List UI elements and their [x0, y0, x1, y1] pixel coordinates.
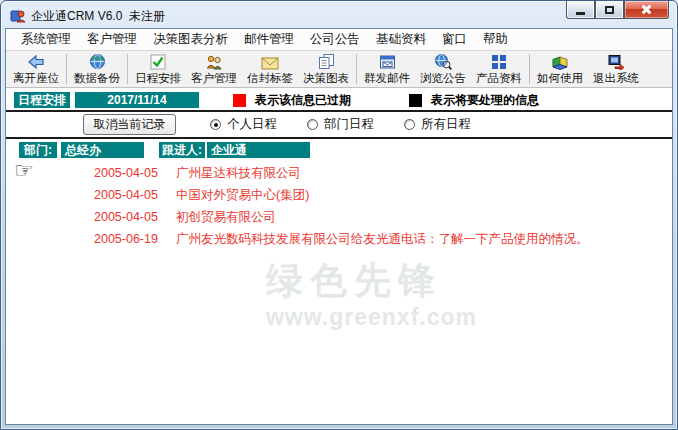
radio-label: 部门日程 — [324, 116, 374, 133]
cancel-current-record-button[interactable]: 取消当前记录 — [83, 114, 176, 135]
menu-item[interactable]: 公司公告 — [302, 28, 368, 51]
exit-icon — [607, 53, 625, 70]
schedule-bar-title: 日程安排 — [14, 92, 70, 108]
menu-item[interactable]: 窗口 — [434, 28, 475, 51]
toolbar-separator — [356, 54, 357, 84]
toolbar-button-label: 决策图表 — [303, 71, 349, 86]
toolbar-button[interactable]: 浏览公告 — [415, 51, 471, 87]
schedule-item-text: 广州友光数码科技发展有限公司给友光通电话：了解一下产品使用的情况。 — [176, 230, 589, 249]
globe-icon — [89, 53, 106, 70]
menu-item[interactable]: 决策图表分析 — [145, 28, 236, 51]
radio-unselected-icon — [307, 119, 318, 130]
toolbar-button-label: 群发邮件 — [364, 71, 410, 86]
toolbar-button[interactable]: 群发邮件 — [359, 51, 415, 87]
follow-person-label: 跟进人: — [159, 142, 205, 158]
schedule-item-text: 初创贸易有限公司 — [176, 208, 276, 227]
radio-selected-icon — [210, 119, 221, 130]
divider-line — [6, 137, 672, 139]
legend-color-square — [233, 94, 246, 107]
close-button[interactable] — [624, 1, 669, 19]
toolbar: 离开座位数据备份日程安排客户管理信封标签决策图表群发邮件浏览公告产品资料如何使用… — [6, 51, 672, 88]
schedule-item-date: 2005-06-19 — [94, 230, 166, 249]
caption-buttons — [566, 1, 669, 19]
radio-unselected-icon — [404, 119, 415, 130]
schedule-list-item[interactable]: 2005-04-05广州星达科技有限公司 — [6, 164, 672, 183]
radio-option[interactable]: 部门日程 — [307, 116, 374, 133]
list-header: 部门: 总经办 跟进人: 企业通 — [6, 140, 672, 159]
toolbar-button-label: 浏览公告 — [420, 71, 466, 86]
toolbar-button-label: 信封标签 — [247, 71, 293, 86]
app-window: 企业通CRM V6.0 未注册 系统管理客户管理决策图表分析邮件管理公司公告基础… — [0, 0, 678, 430]
schedule-list: ☞ 2005-04-05广州星达科技有限公司2005-04-05中国对外贸易中心… — [6, 164, 672, 249]
menu-item[interactable]: 基础资料 — [368, 28, 434, 51]
radio-option[interactable]: 所有日程 — [404, 116, 471, 133]
maximize-button[interactable] — [595, 1, 624, 19]
watermark-url: www.greenxf.com — [266, 304, 477, 331]
schedule-scope-radio-group: 个人日程部门日程所有日程 — [210, 116, 501, 133]
menu-bar: 系统管理客户管理决策图表分析邮件管理公司公告基础资料窗口帮助 — [6, 29, 672, 51]
radio-label: 个人日程 — [227, 116, 277, 133]
menu-item[interactable]: 系统管理 — [13, 28, 79, 51]
schedule-list-item[interactable]: 2005-06-19广州友光数码科技发展有限公司给友光通电话：了解一下产品使用的… — [6, 230, 672, 249]
watermark: 绿色先锋 www.greenxf.com — [266, 256, 477, 331]
radio-label: 所有日程 — [421, 116, 471, 133]
title-bar[interactable]: 企业通CRM V6.0 未注册 — [1, 1, 677, 27]
people-icon — [205, 53, 223, 70]
toolbar-button-label: 日程安排 — [135, 71, 181, 86]
minimize-icon — [576, 12, 585, 15]
book-icon — [551, 53, 569, 70]
legend-color-square — [409, 94, 422, 107]
toolbar-button[interactable]: 离开座位 — [8, 51, 64, 87]
toolbar-button-label: 数据备份 — [74, 71, 120, 86]
grid-icon — [491, 53, 507, 70]
close-icon — [641, 4, 652, 15]
maximize-icon — [605, 6, 614, 14]
app-icon — [10, 8, 26, 24]
schedule-item-date: 2005-04-05 — [94, 186, 166, 205]
check-icon — [150, 53, 166, 70]
department-label: 部门: — [19, 142, 57, 158]
toolbar-button[interactable]: 退出系统 — [588, 51, 644, 87]
radio-option[interactable]: 个人日程 — [210, 116, 277, 133]
schedule-item-date: 2005-04-05 — [94, 164, 166, 183]
toolbar-button[interactable]: 客户管理 — [186, 51, 242, 87]
schedule-item-text: 广州星达科技有限公司 — [176, 164, 301, 183]
toolbar-button-label: 客户管理 — [191, 71, 237, 86]
toolbar-button-label: 产品资料 — [476, 71, 522, 86]
toolbar-button[interactable]: 数据备份 — [69, 51, 125, 87]
toolbar-separator — [127, 54, 128, 84]
filter-row: 取消当前记录 个人日程部门日程所有日程 — [6, 112, 672, 137]
toolbar-button[interactable]: 如何使用 — [532, 51, 588, 87]
toolbar-button-label: 如何使用 — [537, 71, 583, 86]
toolbar-separator — [529, 54, 530, 84]
department-value: 总经办 — [61, 142, 144, 158]
schedule-list-item[interactable]: 2005-04-05中国对外贸易中心(集团) — [6, 186, 672, 205]
schedule-bar: 日程安排 2017/11/14 表示该信息已过期表示将要处理的信息 — [6, 90, 672, 110]
menu-item[interactable]: 帮助 — [475, 28, 516, 51]
arrow-left-icon — [27, 53, 45, 70]
toolbar-button[interactable]: 日程安排 — [130, 51, 186, 87]
pages-icon — [318, 53, 335, 70]
window-title: 企业通CRM V6.0 未注册 — [31, 8, 165, 25]
menu-item[interactable]: 客户管理 — [79, 28, 145, 51]
schedule-list-item[interactable]: 2005-04-05初创贸易有限公司 — [6, 208, 672, 227]
watermark-text: 绿色先锋 — [266, 256, 477, 306]
toolbar-button[interactable]: 信封标签 — [242, 51, 298, 87]
menu-item[interactable]: 邮件管理 — [236, 28, 302, 51]
mail-window-icon — [379, 53, 396, 70]
toolbar-button-label: 离开座位 — [13, 71, 59, 86]
follow-person-value: 企业通 — [207, 142, 310, 158]
legend-item: 表示该信息已过期 — [233, 92, 351, 109]
legend-label: 表示将要处理的信息 — [431, 92, 539, 109]
minimize-button[interactable] — [566, 1, 595, 19]
schedule-date: 2017/11/14 — [75, 92, 199, 108]
toolbar-button-label: 退出系统 — [593, 71, 639, 86]
envelope-icon — [261, 53, 279, 70]
toolbar-button[interactable]: 决策图表 — [298, 51, 354, 87]
schedule-item-text: 中国对外贸易中心(集团) — [176, 186, 309, 205]
pointing-hand-icon: ☞ — [14, 158, 34, 183]
legend-item: 表示将要处理的信息 — [409, 92, 539, 109]
toolbar-button[interactable]: 产品资料 — [471, 51, 527, 87]
schedule-item-date: 2005-04-05 — [94, 208, 166, 227]
legend: 表示该信息已过期表示将要处理的信息 — [199, 92, 539, 109]
